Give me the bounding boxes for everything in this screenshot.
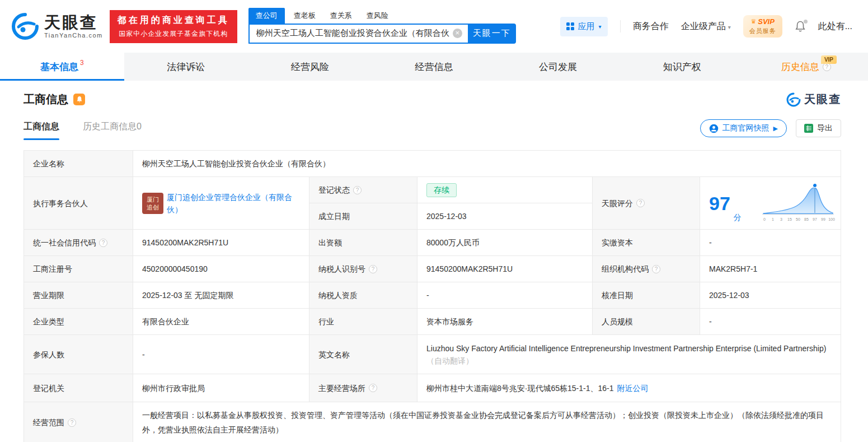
axis-tick: 50 <box>796 217 800 221</box>
svip-member-badge[interactable]: ♛ SVIP 会员服务 <box>743 15 782 38</box>
axis-tick: 1 <box>772 217 774 221</box>
label-text: 营业期限 <box>33 289 64 301</box>
svip-title: SVIP <box>758 17 775 26</box>
banner-line1: 都在用的商业查询工具 <box>115 15 232 26</box>
tab-legal-proceedings[interactable]: 法律诉讼 <box>124 53 248 81</box>
menu-enterprise-products[interactable]: 企业级产品▾ <box>681 21 731 32</box>
label-text: 成立日期 <box>318 210 350 222</box>
logo-text: 天眼查 TianYanCha.com <box>44 14 103 39</box>
tab-intellectual-property-label: 知识产权 <box>663 61 701 73</box>
value-text: 柳州天空工场人工智能创业投资合伙企业（有限合伙） <box>142 157 330 170</box>
user-name[interactable]: 此处有... <box>818 21 852 32</box>
chevron-down-icon: ▾ <box>728 24 731 30</box>
clear-icon[interactable]: × <box>453 29 462 38</box>
value-text: - <box>426 289 429 301</box>
english-name-text: Liuzhou Sky Factory Artificial Intellige… <box>426 344 826 353</box>
field-value-business-address: 柳州市桂中大道南端8号兆安·现代城65栋15-1-1、16-1 附近公司 <box>417 374 841 402</box>
field-label-executive-partner: 执行事务合伙人 <box>24 177 133 230</box>
tab-company-development-label: 公司发展 <box>539 61 577 73</box>
excel-icon <box>804 124 813 133</box>
subtab-actions: 工商官网快照 ▶ 导出 <box>700 119 841 142</box>
search-tab-boss[interactable]: 查老板 <box>294 11 316 24</box>
search-tab-relation[interactable]: 查关系 <box>330 11 352 24</box>
search-tab-company[interactable]: 查公司 <box>248 8 285 24</box>
brand-domain: TianYanCha.com <box>44 32 103 39</box>
search-button[interactable]: 天眼一下 <box>468 24 516 44</box>
field-value-tianyan-score: 97 分 0 1 3 15 <box>700 177 841 230</box>
search-tabs: 查公司 查老板 查关系 查风险 <box>248 10 516 24</box>
announcement-bell-icon[interactable] <box>73 94 85 105</box>
axis-tick: 100 <box>828 217 835 221</box>
label-text: 统一社会信用代码 <box>33 236 96 249</box>
subtab-history-business-info[interactable]: 历史工商信息0 <box>83 121 142 140</box>
nearby-companies-link[interactable]: 附近公司 <box>617 382 649 394</box>
field-label-staff-size: 人员规模 <box>593 309 700 335</box>
tab-operation-risk-label: 经营风险 <box>291 61 329 73</box>
notification-bell-icon[interactable] <box>795 20 806 32</box>
tab-operation-risk[interactable]: 经营风险 <box>248 53 372 81</box>
field-value-executive-partner: 厦门 追创 厦门追创企业管理合伙企业（有限合伙） <box>133 177 309 230</box>
label-text: 行业 <box>318 315 334 328</box>
section-title: 工商信息 <box>24 92 68 107</box>
partner-avatar[interactable]: 厦门 追创 <box>142 193 163 214</box>
field-label-taxpayer-id: 纳税人识别号 ? <box>309 256 417 282</box>
tab-history-info[interactable]: 历史信息 ? VIP <box>744 53 868 81</box>
help-icon[interactable]: ? <box>369 265 377 273</box>
vip-tag: VIP <box>821 55 837 64</box>
scope-text: 一般经营项目：以私募基金从事股权投资、投资管理、资产管理等活动（须在中国证券投资… <box>142 408 832 437</box>
score-curve-chart: 0 1 3 15 50 85 97 99 100 <box>761 182 835 225</box>
axis-tick: 3 <box>780 217 782 221</box>
export-button[interactable]: 导出 <box>796 119 841 137</box>
tianyancha-logo-icon <box>786 92 801 107</box>
field-label-company-name: 企业名称 <box>24 151 133 177</box>
tab-basic-info-label: 基本信息 <box>40 61 78 73</box>
help-icon[interactable]: ? <box>68 418 76 427</box>
search-tab-risk[interactable]: 查风险 <box>367 11 388 24</box>
label-text: 天眼评分 <box>602 197 633 210</box>
address-text: 柳州市桂中大道南端8号兆安·现代城65栋15-1-1、16-1 <box>426 382 614 394</box>
official-snapshot-button[interactable]: 工商官网快照 ▶ <box>700 119 787 137</box>
export-label: 导出 <box>817 123 833 133</box>
field-label-industry: 行业 <box>309 309 417 335</box>
subtab-row: 工商信息 历史工商信息0 工商官网快照 ▶ <box>24 119 841 142</box>
tab-basic-info[interactable]: 基本信息 3 <box>0 53 124 81</box>
field-label-capital: 出资额 <box>309 230 417 256</box>
partner-link[interactable]: 厦门追创企业管理合伙企业（有限合伙） <box>167 191 300 216</box>
field-value-company-type: 有限合伙企业 <box>133 309 309 335</box>
label-text: 组织机构代码 <box>602 263 649 275</box>
tab-company-development[interactable]: 公司发展 <box>496 53 620 81</box>
help-icon[interactable]: ? <box>652 265 660 273</box>
help-icon[interactable]: ? <box>99 239 107 247</box>
menu-business-cooperation[interactable]: 商务合作 <box>633 21 669 32</box>
value-text: 91450200MAK2R5H71U <box>426 263 513 275</box>
field-value-insured-count: - <box>133 335 309 374</box>
help-icon[interactable]: ? <box>369 384 377 392</box>
help-icon[interactable]: ? <box>636 199 645 207</box>
apps-menu-button[interactable]: 应用 ▾ <box>560 17 608 36</box>
field-value-org-code: MAK2R5H7-1 <box>700 256 841 282</box>
subtab-business-info[interactable]: 工商信息 <box>24 121 59 140</box>
tianyancha-logo[interactable]: 天眼查 TianYanCha.com <box>11 12 103 40</box>
field-value-taxpayer-id: 91450200MAK2R5H71U <box>417 256 593 282</box>
field-value-industry: 资本市场服务 <box>417 309 593 335</box>
tab-operation-info[interactable]: 经营信息 <box>372 53 496 81</box>
value-text: 91450200MAK2R5H71U <box>142 236 228 249</box>
header-menu: 应用 ▾ 商务合作 企业级产品▾ ♛ SVIP 会员服务 <box>560 15 852 38</box>
business-info-table: 企业名称 柳州天空工场人工智能创业投资合伙企业（有限合伙） 执行事务合伙人 厦门… <box>24 150 841 442</box>
notification-dot <box>804 20 808 24</box>
tianyancha-logo-icon <box>11 12 39 40</box>
field-value-approval-date: 2025-12-03 <box>700 282 841 309</box>
search-input[interactable] <box>250 29 453 38</box>
label-text: 经营范围 <box>33 416 64 429</box>
company-nav-tabs: 基本信息 3 法律诉讼 经营风险 经营信息 公司发展 知识产权 历史信息 ? V… <box>0 53 868 81</box>
value-text: - <box>709 315 712 328</box>
tab-intellectual-property[interactable]: 知识产权 <box>620 53 744 81</box>
field-label-business-address: 主要经营场所 ? <box>309 374 417 402</box>
label-text: 人员规模 <box>602 315 633 328</box>
official-snapshot-label: 工商官网快照 <box>722 123 770 133</box>
label-text: 工商注册号 <box>33 263 72 275</box>
field-value-staff-size: - <box>700 309 841 335</box>
promo-banner: 都在用的商业查询工具 国家中小企业发展子基金旗下机构 <box>110 10 237 43</box>
help-icon[interactable]: ? <box>353 186 362 194</box>
label-text: 参保人数 <box>33 348 64 361</box>
